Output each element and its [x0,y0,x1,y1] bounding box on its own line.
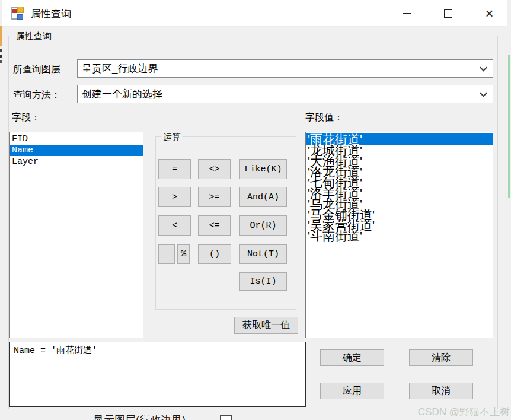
cancel-button[interactable]: 取消 [409,383,473,399]
groupbox-title: 属性查询 [14,30,54,42]
apply-button[interactable]: 应用 [320,383,384,399]
list-item[interactable]: Layer [10,156,143,167]
op-parentheses-button[interactable]: () [198,244,231,264]
maximize-button[interactable] [435,0,461,27]
method-combobox-value: 创建一个新的选择 [82,87,162,101]
op-equals-button[interactable]: = [158,159,191,179]
attribute-query-dialog: 属性查询 × 属性查询 所查询图层 呈贡区_行政边界 查询方法： 创建一个新的选… [0,0,511,420]
close-icon: × [485,7,493,21]
ok-button[interactable]: 确定 [320,349,384,366]
chevron-down-icon [480,89,487,97]
field-values-label: 字段值： [305,112,343,124]
watermark: CSDN @野猫不上树 [418,405,510,419]
clear-button[interactable]: 清除 [409,349,473,366]
layer-combobox[interactable]: 呈贡区_行政边界 [77,59,493,78]
background-app-fragment [0,26,2,46]
op-greater-button[interactable]: > [158,187,191,207]
list-item[interactable]: '斗南街道' [306,231,493,241]
op-greater-equal-button[interactable]: >= [198,187,231,207]
layer-combobox-value: 呈贡区_行政边界 [82,62,158,75]
op-like-button[interactable]: Like(K) [239,159,287,179]
window-title: 属性查询 [31,7,71,21]
op-percent-button[interactable]: % [177,244,190,264]
checkbox-fragment[interactable] [220,415,232,420]
maximize-icon [444,9,452,18]
method-label: 查询方法： [13,89,60,101]
op-less-equal-button[interactable]: <= [198,215,231,236]
background-app-fragment [0,60,2,63]
background-app-fragment [508,55,510,198]
bottom-groupbox-title: 显示图层(行政边界) [90,413,189,420]
bottom-groupbox-border [8,411,88,411]
op-not-equals-button[interactable]: <> [198,159,231,179]
layer-label: 所查询图层 [13,63,60,76]
method-combobox[interactable]: 创建一个新的选择 [77,85,493,103]
op-underscore-button[interactable]: _ [158,244,175,264]
op-or-button[interactable]: Or(R) [239,215,287,236]
get-unique-values-button[interactable]: 获取唯一值 [234,317,298,334]
title-bar[interactable]: 属性查询 × [2,0,507,27]
field-values-listbox[interactable]: '雨花街道' '龙城街道' '大渔街道' '洛龙街道' '七甸街道' '洛羊街道… [305,132,493,338]
background-app-fragment [0,49,2,52]
op-is-button[interactable]: Is(I) [239,272,287,291]
operators-groupbox-title: 运算 [161,131,183,142]
op-less-button[interactable]: < [158,215,191,236]
fields-label: 字段： [12,112,40,124]
op-and-button[interactable]: And(A) [239,187,287,207]
minimize-button[interactable] [394,0,420,27]
list-item[interactable]: FID [10,133,143,145]
chevron-down-icon [480,63,487,71]
close-button[interactable]: × [476,0,503,27]
op-not-button[interactable]: Not(T) [239,244,287,264]
list-item-selected[interactable]: Name [10,145,143,156]
background-app-fragment [0,55,2,58]
minimize-icon [403,13,411,14]
sql-expression-textbox[interactable]: Name = '雨花街道' [9,342,306,407]
app-icon [11,5,26,21]
fields-listbox[interactable]: FID Name Layer [9,132,143,338]
